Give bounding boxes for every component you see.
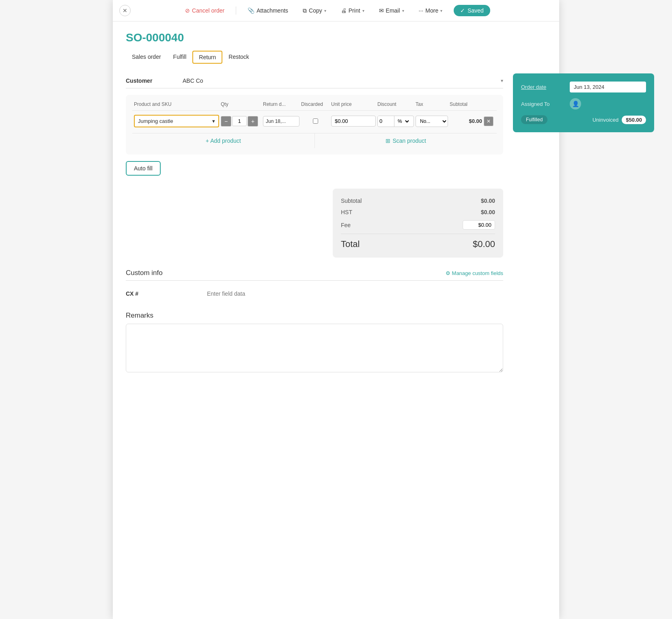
- cancel-order-button[interactable]: ⊘ Cancel order: [182, 6, 228, 15]
- left-section: Customer ABC Co ▾ Product and SKU Qty Re…: [126, 73, 503, 390]
- discarded-checkbox[interactable]: [313, 118, 318, 124]
- scan-product-button[interactable]: ⊞ Scan product: [315, 133, 497, 148]
- avatar-icon: 👤: [572, 101, 579, 107]
- print-icon: 🖨: [341, 7, 347, 14]
- check-icon: ✓: [460, 7, 465, 14]
- saved-button[interactable]: ✓ Saved: [454, 5, 490, 16]
- remarks-section: Remarks: [126, 312, 503, 374]
- table-footer: + Add product ⊞ Scan product: [132, 133, 497, 148]
- remarks-textarea[interactable]: [126, 324, 503, 372]
- col-tax: Tax: [416, 101, 448, 107]
- qty-increase-button[interactable]: +: [248, 116, 258, 127]
- total-label: Total: [341, 239, 360, 249]
- fee-label: Fee: [341, 222, 351, 228]
- order-id: SO-000040: [126, 31, 546, 44]
- col-discarded: Discarded: [301, 101, 330, 107]
- summary-fee-row: Fee: [341, 218, 495, 232]
- col-unit-price: Unit price: [331, 101, 376, 107]
- col-delete: [484, 101, 495, 107]
- print-button[interactable]: 🖨 Print ▾: [338, 6, 368, 15]
- table-row: Jumping castle ▾ − + Jun 18,...: [132, 111, 497, 131]
- gear-icon: ⚙: [446, 270, 450, 276]
- col-qty: Qty: [221, 101, 261, 107]
- tab-sales-order[interactable]: Sales order: [126, 51, 167, 64]
- scan-icon: ⊞: [386, 138, 390, 144]
- email-icon: ✉: [379, 7, 384, 14]
- table-header: Product and SKU Qty Return d... Discarde…: [132, 101, 497, 111]
- chevron-down-icon: ▾: [324, 9, 326, 13]
- subtotal-label: Subtotal: [341, 198, 362, 204]
- tabs-bar: Sales order Fulfill Return Restock: [126, 51, 546, 64]
- attachments-button[interactable]: 📎 Attachments: [244, 6, 291, 15]
- fee-input[interactable]: [463, 220, 495, 230]
- summary-section: Subtotal $0.00 HST $0.00 Fee Total: [333, 189, 503, 258]
- status-badges: Fulfilled Uninvoiced $50.00: [521, 115, 646, 124]
- customer-label: Customer: [126, 77, 183, 84]
- discount-input[interactable]: [378, 116, 394, 126]
- cx-label: CX #: [126, 290, 207, 297]
- fulfilled-badge: Fulfilled: [521, 115, 547, 124]
- qty-control: − +: [221, 116, 261, 127]
- col-subtotal: Subtotal: [450, 101, 482, 107]
- tab-fulfill[interactable]: Fulfill: [167, 51, 193, 64]
- customer-value: ABC Co: [183, 77, 501, 84]
- autofill-button[interactable]: Auto fill: [126, 161, 161, 176]
- chevron-down-icon: ▾: [440, 9, 442, 13]
- product-name: Jumping castle: [138, 118, 173, 124]
- discount-control: % $: [377, 116, 414, 127]
- chevron-down-icon: ▾: [212, 118, 215, 124]
- uninvoiced-label: Uninvoiced: [592, 117, 618, 123]
- order-date-label[interactable]: Order date: [521, 84, 570, 90]
- custom-info-header: Custom info ⚙ Manage custom fields: [126, 269, 503, 281]
- row-delete-button[interactable]: ✕: [484, 116, 493, 126]
- return-date-field[interactable]: Jun 18,...: [263, 116, 299, 127]
- discount-type-select[interactable]: % $: [394, 116, 410, 127]
- copy-icon: ⧉: [303, 7, 307, 14]
- col-product-sku: Product and SKU: [134, 101, 219, 107]
- cx-input[interactable]: [207, 290, 503, 297]
- add-product-button[interactable]: + Add product: [132, 133, 315, 148]
- close-button[interactable]: ✕: [119, 5, 131, 16]
- tax-select[interactable]: No... HST GST: [416, 116, 448, 127]
- customer-row: Customer ABC Co ▾: [126, 73, 503, 88]
- unit-price-input[interactable]: [331, 116, 376, 127]
- divider: [236, 6, 236, 15]
- product-select[interactable]: Jumping castle ▾: [134, 115, 219, 127]
- close-icon: ✕: [123, 7, 127, 14]
- avatar: 👤: [570, 98, 581, 110]
- uninvoiced-section: Uninvoiced $50.00: [592, 116, 646, 124]
- manage-custom-fields-link[interactable]: ⚙ Manage custom fields: [446, 270, 503, 276]
- chevron-down-icon: ▾: [362, 9, 364, 13]
- summary-subtotal-row: Subtotal $0.00: [341, 195, 495, 206]
- assigned-to-row: Assigned To 👤: [521, 98, 646, 110]
- more-button[interactable]: ··· More ▾: [416, 6, 446, 15]
- qty-input[interactable]: [232, 116, 247, 126]
- hst-label: HST: [341, 209, 352, 215]
- order-date-row: Order date: [521, 82, 646, 92]
- custom-info-title: Custom info: [126, 269, 163, 277]
- total-amount: $0.00: [473, 239, 495, 249]
- right-panel: Order date Assigned To 👤 Fulfilled Uninv…: [513, 73, 654, 132]
- summary-total-row: Total $0.00: [341, 234, 495, 251]
- qty-decrease-button[interactable]: −: [221, 116, 231, 127]
- copy-button[interactable]: ⧉ Copy ▾: [299, 6, 330, 16]
- uninvoiced-amount: $50.00: [622, 116, 646, 124]
- tab-restock[interactable]: Restock: [222, 51, 255, 64]
- products-section: Product and SKU Qty Return d... Discarde…: [126, 95, 503, 155]
- email-button[interactable]: ✉ Email ▾: [376, 6, 407, 15]
- col-discount: Discount: [377, 101, 414, 107]
- toolbar: ✕ ⊘ Cancel order 📎 Attachments ⧉ Copy ▾ …: [113, 0, 559, 21]
- subtotal-amount: $0.00: [481, 198, 495, 204]
- custom-info-section: Custom info ⚙ Manage custom fields CX #: [126, 269, 503, 300]
- hst-amount: $0.00: [481, 209, 495, 215]
- cx-row: CX #: [126, 287, 503, 300]
- summary-hst-row: HST $0.00: [341, 206, 495, 218]
- order-date-input[interactable]: [570, 82, 646, 92]
- col-return-d: Return d...: [263, 101, 299, 107]
- cancel-icon: ⊘: [185, 7, 190, 14]
- tab-return[interactable]: Return: [192, 51, 222, 64]
- remarks-title: Remarks: [126, 312, 503, 320]
- attachment-icon: 📎: [248, 7, 254, 14]
- discarded-cell: [301, 118, 330, 124]
- chevron-down-icon: ▾: [501, 78, 503, 84]
